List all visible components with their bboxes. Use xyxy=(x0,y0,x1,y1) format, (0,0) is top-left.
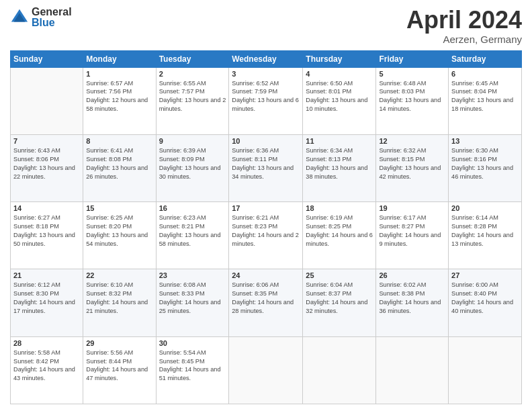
day-info: Sunrise: 6:00 AMSunset: 8:40 PMDaylight:… xyxy=(451,281,519,316)
day-info: Sunrise: 6:52 AMSunset: 7:59 PMDaylight:… xyxy=(232,79,300,114)
day-info: Sunrise: 6:04 AMSunset: 8:37 PMDaylight:… xyxy=(306,281,373,316)
calendar-cell: 13Sunrise: 6:30 AMSunset: 8:16 PMDayligh… xyxy=(449,134,522,201)
day-number: 5 xyxy=(379,70,445,78)
header: General Blue April 2024 Aerzen, Germany xyxy=(10,7,522,45)
weekday-header-cell: Sunday xyxy=(11,50,83,67)
calendar-table: SundayMondayTuesdayWednesdayThursdayFrid… xyxy=(10,50,522,404)
calendar-week-row: 21Sunrise: 6:12 AMSunset: 8:30 PMDayligh… xyxy=(11,269,522,336)
day-number: 7 xyxy=(13,137,80,145)
calendar-cell: 2Sunrise: 6:55 AMSunset: 7:57 PMDaylight… xyxy=(156,67,229,134)
day-number: 1 xyxy=(86,70,152,78)
day-info: Sunrise: 6:48 AMSunset: 8:03 PMDaylight:… xyxy=(379,79,445,114)
day-info: Sunrise: 6:39 AMSunset: 8:09 PMDaylight:… xyxy=(159,146,226,181)
day-number: 25 xyxy=(306,271,373,279)
weekday-header-cell: Monday xyxy=(83,50,156,67)
weekday-header-cell: Thursday xyxy=(303,50,376,67)
logo-general: General xyxy=(32,7,72,17)
day-info: Sunrise: 6:43 AMSunset: 8:06 PMDaylight:… xyxy=(13,146,80,181)
calendar-cell: 7Sunrise: 6:43 AMSunset: 8:06 PMDaylight… xyxy=(11,134,83,201)
calendar-cell: 25Sunrise: 6:04 AMSunset: 8:37 PMDayligh… xyxy=(303,269,376,336)
day-number: 9 xyxy=(159,137,226,145)
day-number: 12 xyxy=(379,137,445,145)
day-info: Sunrise: 6:08 AMSunset: 8:33 PMDaylight:… xyxy=(159,281,226,316)
day-number: 29 xyxy=(86,339,152,347)
calendar-cell: 1Sunrise: 6:57 AMSunset: 7:56 PMDaylight… xyxy=(83,67,156,134)
day-number: 17 xyxy=(232,204,300,212)
month-title: April 2024 xyxy=(406,7,522,34)
day-number: 16 xyxy=(159,204,226,212)
calendar-body: 1Sunrise: 6:57 AMSunset: 7:56 PMDaylight… xyxy=(11,67,522,404)
day-number: 13 xyxy=(451,137,519,145)
day-number: 6 xyxy=(451,70,519,78)
calendar-cell: 15Sunrise: 6:25 AMSunset: 8:20 PMDayligh… xyxy=(83,202,156,269)
calendar-cell: 17Sunrise: 6:21 AMSunset: 8:23 PMDayligh… xyxy=(229,202,303,269)
weekday-header-cell: Wednesday xyxy=(229,50,303,67)
calendar-week-row: 28Sunrise: 5:58 AMSunset: 8:42 PMDayligh… xyxy=(11,336,522,404)
calendar-week-row: 7Sunrise: 6:43 AMSunset: 8:06 PMDaylight… xyxy=(11,134,522,201)
day-info: Sunrise: 5:54 AMSunset: 8:45 PMDaylight:… xyxy=(159,349,226,383)
logo-text: General Blue xyxy=(32,7,72,28)
day-info: Sunrise: 6:36 AMSunset: 8:11 PMDaylight:… xyxy=(232,146,300,181)
day-info: Sunrise: 6:14 AMSunset: 8:28 PMDaylight:… xyxy=(451,214,519,248)
day-number: 19 xyxy=(379,204,445,212)
weekday-header-row: SundayMondayTuesdayWednesdayThursdayFrid… xyxy=(11,50,522,67)
day-number: 28 xyxy=(13,339,80,347)
day-info: Sunrise: 6:32 AMSunset: 8:15 PMDaylight:… xyxy=(379,146,445,181)
day-number: 8 xyxy=(86,137,152,145)
day-number: 3 xyxy=(232,70,300,78)
day-info: Sunrise: 5:56 AMSunset: 8:44 PMDaylight:… xyxy=(86,349,152,383)
calendar-cell: 14Sunrise: 6:27 AMSunset: 8:18 PMDayligh… xyxy=(11,202,83,269)
day-info: Sunrise: 6:12 AMSunset: 8:30 PMDaylight:… xyxy=(13,281,80,316)
calendar-cell: 26Sunrise: 6:02 AMSunset: 8:38 PMDayligh… xyxy=(376,269,449,336)
day-info: Sunrise: 6:55 AMSunset: 7:57 PMDaylight:… xyxy=(159,79,226,114)
day-info: Sunrise: 6:45 AMSunset: 8:04 PMDaylight:… xyxy=(451,79,519,114)
day-number: 21 xyxy=(13,271,80,279)
calendar-cell xyxy=(229,336,303,404)
calendar-page: General Blue April 2024 Aerzen, Germany … xyxy=(0,0,532,411)
calendar-cell xyxy=(449,336,522,404)
day-number: 2 xyxy=(159,70,226,78)
day-number: 14 xyxy=(13,204,80,212)
calendar-cell: 4Sunrise: 6:50 AMSunset: 8:01 PMDaylight… xyxy=(303,67,376,134)
day-info: Sunrise: 6:21 AMSunset: 8:23 PMDaylight:… xyxy=(232,214,300,248)
calendar-cell: 6Sunrise: 6:45 AMSunset: 8:04 PMDaylight… xyxy=(449,67,522,134)
calendar-cell xyxy=(11,67,83,134)
calendar-cell: 16Sunrise: 6:23 AMSunset: 8:21 PMDayligh… xyxy=(156,202,229,269)
day-info: Sunrise: 6:30 AMSunset: 8:16 PMDaylight:… xyxy=(451,146,519,181)
day-info: Sunrise: 5:58 AMSunset: 8:42 PMDaylight:… xyxy=(13,349,80,383)
day-number: 23 xyxy=(159,271,226,279)
title-section: April 2024 Aerzen, Germany xyxy=(406,7,522,45)
day-number: 20 xyxy=(451,204,519,212)
calendar-cell: 3Sunrise: 6:52 AMSunset: 7:59 PMDaylight… xyxy=(229,67,303,134)
day-info: Sunrise: 6:02 AMSunset: 8:38 PMDaylight:… xyxy=(379,281,445,316)
calendar-cell: 20Sunrise: 6:14 AMSunset: 8:28 PMDayligh… xyxy=(449,202,522,269)
day-number: 22 xyxy=(86,271,152,279)
calendar-cell: 29Sunrise: 5:56 AMSunset: 8:44 PMDayligh… xyxy=(83,336,156,404)
day-number: 10 xyxy=(232,137,300,145)
calendar-cell: 24Sunrise: 6:06 AMSunset: 8:35 PMDayligh… xyxy=(229,269,303,336)
calendar-week-row: 14Sunrise: 6:27 AMSunset: 8:18 PMDayligh… xyxy=(11,202,522,269)
day-number: 27 xyxy=(451,271,519,279)
day-info: Sunrise: 6:23 AMSunset: 8:21 PMDaylight:… xyxy=(159,214,226,248)
day-number: 30 xyxy=(159,339,226,347)
day-info: Sunrise: 6:27 AMSunset: 8:18 PMDaylight:… xyxy=(13,214,80,248)
calendar-cell: 27Sunrise: 6:00 AMSunset: 8:40 PMDayligh… xyxy=(449,269,522,336)
calendar-cell xyxy=(376,336,449,404)
calendar-cell: 23Sunrise: 6:08 AMSunset: 8:33 PMDayligh… xyxy=(156,269,229,336)
calendar-cell: 11Sunrise: 6:34 AMSunset: 8:13 PMDayligh… xyxy=(303,134,376,201)
calendar-cell: 9Sunrise: 6:39 AMSunset: 8:09 PMDaylight… xyxy=(156,134,229,201)
calendar-cell: 10Sunrise: 6:36 AMSunset: 8:11 PMDayligh… xyxy=(229,134,303,201)
day-info: Sunrise: 6:50 AMSunset: 8:01 PMDaylight:… xyxy=(306,79,373,114)
weekday-header-cell: Saturday xyxy=(449,50,522,67)
calendar-cell: 22Sunrise: 6:10 AMSunset: 8:32 PMDayligh… xyxy=(83,269,156,336)
calendar-cell: 30Sunrise: 5:54 AMSunset: 8:45 PMDayligh… xyxy=(156,336,229,404)
day-number: 26 xyxy=(379,271,445,279)
day-info: Sunrise: 6:25 AMSunset: 8:20 PMDaylight:… xyxy=(86,214,152,248)
day-info: Sunrise: 6:10 AMSunset: 8:32 PMDaylight:… xyxy=(86,281,152,316)
day-info: Sunrise: 6:06 AMSunset: 8:35 PMDaylight:… xyxy=(232,281,300,316)
calendar-cell: 21Sunrise: 6:12 AMSunset: 8:30 PMDayligh… xyxy=(11,269,83,336)
day-info: Sunrise: 6:34 AMSunset: 8:13 PMDaylight:… xyxy=(306,146,373,181)
calendar-cell: 5Sunrise: 6:48 AMSunset: 8:03 PMDaylight… xyxy=(376,67,449,134)
calendar-week-row: 1Sunrise: 6:57 AMSunset: 7:56 PMDaylight… xyxy=(11,67,522,134)
day-info: Sunrise: 6:57 AMSunset: 7:56 PMDaylight:… xyxy=(86,79,152,114)
